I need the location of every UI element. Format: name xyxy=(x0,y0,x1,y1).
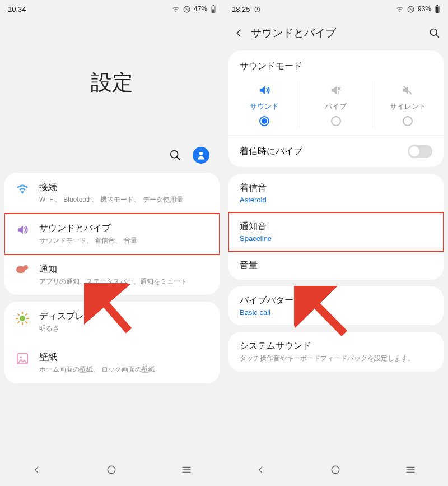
svg-line-30 xyxy=(255,6,256,7)
status-bar: 10:34 47% xyxy=(0,0,224,18)
page-title: サウンドとバイブ xyxy=(251,26,429,40)
mode-label: サウンド xyxy=(250,101,279,112)
page-title-area: 設定 xyxy=(0,18,224,147)
profile-button[interactable] xyxy=(193,147,209,164)
row-value: Asteroid xyxy=(240,196,432,204)
vibration-pattern-card: バイブパターン Basic call xyxy=(228,286,444,325)
svg-point-20 xyxy=(20,357,22,359)
toggle-switch[interactable] xyxy=(408,145,432,158)
battery-percent: 93% xyxy=(418,5,431,13)
row-title: 通知 xyxy=(39,263,209,275)
svg-line-16 xyxy=(26,322,27,323)
nav-recents-icon[interactable] xyxy=(405,466,416,476)
radio-checked-icon xyxy=(259,116,269,126)
mode-option-silent[interactable]: サイレント xyxy=(372,81,444,128)
sound-mode-card: サウンドモード サウンド バイブ サイレント xyxy=(228,50,444,167)
row-title: 音量 xyxy=(240,260,432,271)
wifi-icon xyxy=(396,6,404,12)
row-value: Basic call xyxy=(240,308,432,317)
svg-line-33 xyxy=(409,7,413,11)
wallpaper-icon xyxy=(15,351,30,365)
no-symbol-icon xyxy=(407,6,414,13)
row-subtitle: 明るさ xyxy=(39,324,209,334)
settings-item-display[interactable]: ディスプレイ 明るさ xyxy=(4,302,220,342)
page-title: 設定 xyxy=(91,68,133,97)
svg-line-6 xyxy=(177,157,180,160)
nav-back-icon[interactable] xyxy=(32,465,41,476)
row-title: システムサウンド xyxy=(240,340,432,352)
mode-label: バイブ xyxy=(325,101,347,112)
sound-mode-heading: サウンドモード xyxy=(228,50,444,78)
speaker-icon xyxy=(15,223,30,236)
row-title: バイブパターン xyxy=(240,295,432,307)
row-title: 着信時にバイブ xyxy=(240,146,302,158)
settings-item-wallpaper[interactable]: 壁紙 ホーム画面の壁紙、 ロック画面の壁紙 xyxy=(4,342,220,383)
svg-point-21 xyxy=(108,466,115,474)
status-bar: 18:25 93% xyxy=(224,0,448,18)
svg-point-42 xyxy=(332,466,339,474)
no-symbol-icon xyxy=(183,6,190,13)
wifi-icon xyxy=(15,182,30,194)
svg-point-7 xyxy=(199,152,203,155)
settings-item-sound[interactable]: サウンドとバイブ サウンドモード、 着信音、 音量 xyxy=(4,214,220,254)
svg-line-38 xyxy=(436,35,439,38)
svg-point-10 xyxy=(20,316,25,321)
volume-row[interactable]: 音量 xyxy=(228,251,444,280)
row-subtitle: アプリの通知、ステータスバー、通知をミュート xyxy=(39,277,209,286)
svg-rect-36 xyxy=(436,6,439,12)
nav-back-icon[interactable] xyxy=(256,465,265,476)
mode-option-sound[interactable]: サウンド xyxy=(228,81,300,128)
battery-percent: 47% xyxy=(194,5,207,13)
settings-group-1: 接続 Wi-Fi、 Bluetooth、 機内モード、 データ使用量 サウンドと… xyxy=(4,173,220,295)
svg-line-29 xyxy=(257,10,258,10)
svg-rect-35 xyxy=(437,5,438,6)
nav-bar xyxy=(0,459,224,483)
mode-label: サイレント xyxy=(390,101,426,112)
notification-icon xyxy=(15,263,30,275)
row-title: 通知音 xyxy=(240,221,432,233)
speaker-icon xyxy=(258,84,270,97)
status-time: 18:25 xyxy=(232,5,250,13)
search-button[interactable] xyxy=(169,149,181,161)
row-value: Spaceline xyxy=(240,234,432,243)
row-subtitle: Wi-Fi、 Bluetooth、 機内モード、 データ使用量 xyxy=(39,195,209,205)
svg-line-1 xyxy=(185,7,189,11)
row-title: 着信音 xyxy=(240,182,432,194)
nav-recents-icon[interactable] xyxy=(181,466,192,476)
nav-bar xyxy=(224,459,448,483)
row-description: タッチ操作音やキーボードフィードバックを設定します。 xyxy=(240,354,432,363)
sound-screen-right: 18:25 93% サウンドとバイブ サウンドモード xyxy=(224,0,448,486)
search-button[interactable] xyxy=(429,27,440,39)
svg-point-9 xyxy=(24,265,28,270)
back-button[interactable] xyxy=(230,28,249,38)
vibration-pattern-row[interactable]: バイブパターン Basic call xyxy=(228,286,444,325)
alarm-icon xyxy=(254,6,261,13)
row-title: ディスプレイ xyxy=(39,311,209,322)
status-icons: 47% xyxy=(172,5,216,13)
mode-option-vibrate[interactable]: バイブ xyxy=(300,81,372,128)
svg-line-31 xyxy=(258,6,259,7)
settings-item-notif[interactable]: 通知 アプリの通知、ステータスバー、通知をミュート xyxy=(4,254,220,295)
row-subtitle: ホーム画面の壁紙、 ロック画面の壁紙 xyxy=(39,365,209,374)
notification-sound-row[interactable]: 通知音 Spaceline xyxy=(228,212,444,251)
page-header: サウンドとバイブ xyxy=(224,18,448,50)
svg-rect-4 xyxy=(212,9,215,12)
ringtone-row[interactable]: 着信音 Asteroid xyxy=(228,174,444,212)
row-title: 壁紙 xyxy=(39,351,209,363)
system-sound-row[interactable]: システムサウンド タッチ操作音やキーボードフィードバックを設定します。 xyxy=(228,332,444,372)
brightness-icon xyxy=(15,311,30,325)
vibrate-icon xyxy=(330,84,342,97)
nav-home-icon[interactable] xyxy=(106,465,116,477)
svg-rect-3 xyxy=(213,5,214,6)
row-subtitle: サウンドモード、 着信音、 音量 xyxy=(39,236,209,246)
status-icons: 93% xyxy=(396,5,440,13)
radio-icon xyxy=(331,116,341,126)
vibrate-on-ring-row[interactable]: 着信時にバイブ xyxy=(228,136,444,167)
settings-group-2: ディスプレイ 明るさ 壁紙 ホーム画面の壁紙、 ロック画面の壁紙 xyxy=(4,302,220,383)
settings-item-connection[interactable]: 接続 Wi-Fi、 Bluetooth、 機内モード、 データ使用量 xyxy=(4,173,220,214)
nav-home-icon[interactable] xyxy=(330,465,340,477)
mute-icon xyxy=(402,84,414,97)
svg-line-18 xyxy=(26,314,27,315)
battery-icon xyxy=(211,5,216,13)
wifi-icon xyxy=(172,6,180,12)
